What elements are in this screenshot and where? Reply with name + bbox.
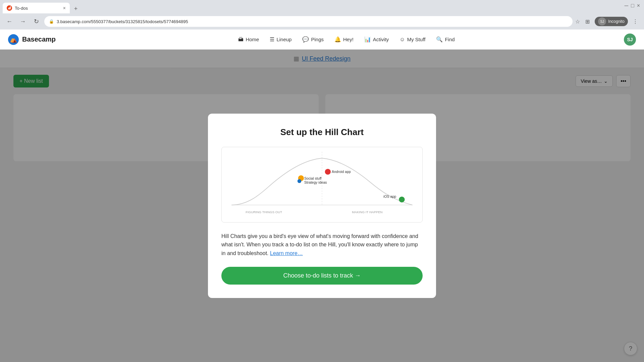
reload-button[interactable]: ↻ bbox=[31, 16, 42, 27]
label-strategy: Strategy ideas bbox=[304, 180, 327, 184]
incognito-avatar: SJ bbox=[598, 17, 606, 25]
modal-title: Set up the Hill Chart bbox=[221, 127, 423, 137]
dot-android bbox=[325, 169, 331, 174]
choose-lists-button[interactable]: Choose to-do lists to track → bbox=[221, 267, 423, 285]
learn-more-link[interactable]: Learn more… bbox=[270, 250, 303, 256]
bookmark-button[interactable]: ☆ bbox=[575, 18, 580, 25]
nav-links: 🏔 Home ☰ Lineup 💬 Pings 🔔 Hey! 📊 Activit… bbox=[69, 34, 624, 45]
nav-hey[interactable]: 🔔 Hey! bbox=[330, 34, 358, 45]
back-button[interactable]: ← bbox=[4, 16, 15, 27]
nav-activity[interactable]: 📊 Activity bbox=[360, 34, 394, 45]
app-wrapper: ⛺ Basecamp 🏔 Home ☰ Lineup 💬 Pings 🔔 Hey… bbox=[0, 29, 644, 362]
pings-icon: 💬 bbox=[302, 36, 309, 43]
hill-chart-container: Android app Social stuff Strategy ideas … bbox=[221, 147, 423, 223]
tab-title: To-dos bbox=[15, 6, 60, 11]
incognito-label: Incognito bbox=[608, 19, 625, 24]
right-axis-label: MAKING IT HAPPEN bbox=[352, 210, 382, 214]
find-icon: 🔍 bbox=[436, 36, 443, 43]
new-tab-button[interactable]: + bbox=[71, 4, 80, 13]
minimize-button[interactable]: ─ bbox=[625, 3, 628, 9]
hill-chart-svg: Android app Social stuff Strategy ideas … bbox=[225, 150, 419, 218]
activity-icon: 📊 bbox=[364, 36, 371, 43]
dot-ios bbox=[399, 196, 405, 202]
nav-lineup[interactable]: ☰ Lineup bbox=[265, 34, 296, 45]
nav-activity-label: Activity bbox=[373, 37, 389, 42]
mystuff-icon: ☺ bbox=[399, 37, 405, 43]
nav-hey-label: Hey! bbox=[343, 37, 354, 42]
nav-mystuff-label: My Stuff bbox=[407, 37, 426, 42]
extensions-area: ⊞ SJ Incognito ⋮ bbox=[583, 17, 640, 26]
user-avatar[interactable]: SJ bbox=[624, 34, 636, 46]
nav-lineup-label: Lineup bbox=[276, 37, 291, 42]
hill-chart-modal: Set up the Hill Chart An bbox=[208, 114, 436, 298]
left-axis-label: FIGURING THINGS OUT bbox=[246, 210, 282, 214]
url-text: 3.basecamp.com/5550377/buckets/31325815/… bbox=[57, 19, 188, 24]
maximize-button[interactable]: □ bbox=[631, 3, 634, 9]
address-bar-row: ← → ↻ 🔒 3.basecamp.com/5550377/buckets/3… bbox=[0, 13, 644, 29]
modal-overlay[interactable]: Set up the Hill Chart An bbox=[0, 50, 644, 362]
label-android: Android app bbox=[332, 170, 351, 174]
top-nav: ⛺ Basecamp 🏔 Home ☰ Lineup 💬 Pings 🔔 Hey… bbox=[0, 29, 644, 50]
logo-text: Basecamp bbox=[22, 36, 56, 43]
browser-chrome: 🏕 To-dos × + ─ □ × ← → ↻ 🔒 3.basecamp.co… bbox=[0, 0, 644, 29]
logo-area[interactable]: ⛺ Basecamp bbox=[8, 34, 56, 45]
close-button[interactable]: × bbox=[637, 3, 640, 9]
nav-mystuff[interactable]: ☺ My Stuff bbox=[395, 35, 430, 45]
tab-close-button[interactable]: × bbox=[63, 5, 66, 11]
dot-strategy bbox=[298, 179, 302, 183]
forward-button[interactable]: → bbox=[17, 16, 28, 27]
logo-icon: ⛺ bbox=[8, 34, 19, 45]
nav-home-label: Home bbox=[246, 37, 259, 42]
lock-icon: 🔒 bbox=[49, 19, 54, 24]
label-ios: iOS app bbox=[383, 194, 396, 198]
label-social: Social stuff bbox=[304, 176, 322, 180]
nav-pings[interactable]: 💬 Pings bbox=[298, 34, 328, 45]
nav-find-label: Find bbox=[445, 37, 454, 42]
main-content: ▦ UI Feed Redesign + New list View as… ⌄… bbox=[0, 50, 644, 362]
tab-favicon: 🏕 bbox=[7, 5, 12, 11]
lineup-icon: ☰ bbox=[270, 36, 274, 43]
nav-find[interactable]: 🔍 Find bbox=[431, 34, 459, 45]
extensions-button[interactable]: ⊞ bbox=[583, 17, 592, 26]
nav-home[interactable]: 🏔 Home bbox=[233, 35, 264, 45]
menu-button[interactable]: ⋮ bbox=[631, 17, 640, 26]
browser-tab[interactable]: 🏕 To-dos × bbox=[3, 3, 70, 13]
incognito-button[interactable]: SJ Incognito bbox=[595, 17, 628, 26]
home-icon: 🏔 bbox=[238, 37, 244, 43]
address-bar[interactable]: 🔒 3.basecamp.com/5550377/buckets/3132581… bbox=[44, 16, 573, 27]
hey-icon: 🔔 bbox=[334, 36, 341, 43]
nav-pings-label: Pings bbox=[311, 37, 324, 42]
modal-description: Hill Charts give you a bird's eye view o… bbox=[221, 232, 423, 258]
